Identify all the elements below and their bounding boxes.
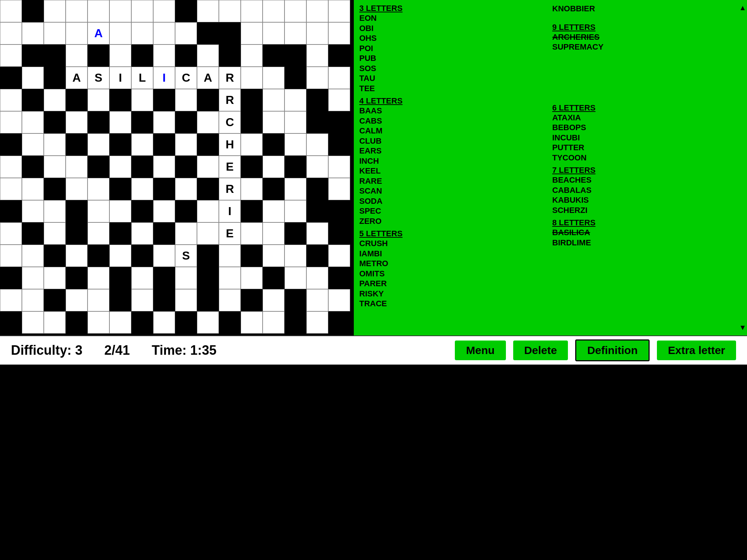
word-baas[interactable]: BAAS (359, 106, 549, 116)
cell-5-0[interactable] (0, 111, 22, 133)
word-iambi[interactable]: IAMBI (359, 249, 549, 259)
cell-13-15[interactable] (328, 289, 350, 311)
word-tycoon[interactable]: TYCOON (552, 153, 742, 163)
word-incubi[interactable]: INCUBI (552, 133, 742, 143)
word-ohs[interactable]: OHS (359, 33, 549, 43)
cell-7-14[interactable] (306, 156, 328, 178)
cell-6-9[interactable] (197, 133, 219, 156)
cell-11-9[interactable] (197, 245, 219, 267)
cell-8-7[interactable] (153, 178, 175, 200)
word-poi[interactable]: POI (359, 43, 549, 54)
cell-9-4[interactable] (88, 200, 109, 222)
cell-1-0[interactable] (0, 22, 22, 44)
cell-2-3[interactable] (66, 44, 88, 67)
cell-1-14[interactable] (306, 22, 328, 44)
cell-4-6[interactable] (131, 89, 153, 111)
cell-14-15[interactable] (328, 311, 350, 334)
word-birdlime[interactable]: BIRDLIME (552, 238, 742, 248)
cell-4-12[interactable] (263, 89, 285, 111)
cell-14-0[interactable] (0, 311, 22, 334)
cell-5-7[interactable] (153, 111, 175, 133)
cell-1-2[interactable] (44, 22, 66, 44)
word-rare[interactable]: RARE (359, 176, 549, 186)
cell-13-14[interactable] (306, 289, 328, 311)
cell-2-4[interactable] (88, 44, 109, 67)
cell-6-8[interactable] (175, 133, 197, 156)
word-ataxia[interactable]: ATAXIA (552, 113, 742, 123)
cell-3-3[interactable]: A (66, 67, 88, 89)
cell-5-15[interactable] (328, 111, 350, 133)
cell-11-4[interactable] (88, 245, 109, 267)
cell-0-10[interactable] (219, 0, 241, 22)
cell-4-10[interactable]: R (219, 89, 241, 111)
cell-4-15[interactable] (328, 89, 350, 111)
word-spec[interactable]: SPEC (359, 206, 549, 216)
cell-13-1[interactable] (22, 289, 44, 311)
cell-2-6[interactable] (131, 44, 153, 67)
cell-7-12[interactable] (263, 156, 285, 178)
cell-13-6[interactable] (131, 289, 153, 311)
cell-7-8[interactable] (175, 156, 197, 178)
word-scan[interactable]: SCAN (359, 186, 549, 196)
delete-button[interactable]: Delete (513, 341, 568, 360)
cell-6-15[interactable] (328, 133, 350, 156)
cell-4-0[interactable] (0, 89, 22, 111)
cell-0-11[interactable] (241, 0, 263, 22)
cell-0-6[interactable] (131, 0, 153, 22)
cell-8-13[interactable] (285, 178, 306, 200)
cell-6-13[interactable] (285, 133, 306, 156)
cell-3-2[interactable] (44, 67, 66, 89)
cell-12-4[interactable] (88, 267, 109, 289)
cell-13-2[interactable] (44, 289, 66, 311)
cell-9-2[interactable] (44, 200, 66, 222)
cell-9-5[interactable] (109, 200, 131, 222)
cell-1-7[interactable] (153, 22, 175, 44)
cell-12-6[interactable] (131, 267, 153, 289)
cell-10-0[interactable] (0, 222, 22, 245)
cell-6-14[interactable] (306, 133, 328, 156)
cell-2-2[interactable] (44, 44, 66, 67)
cell-14-4[interactable] (88, 311, 109, 334)
cell-11-3[interactable] (66, 245, 88, 267)
cell-8-9[interactable] (197, 178, 219, 200)
word-basilica[interactable]: BASILICA (552, 228, 742, 238)
cell-3-13[interactable] (285, 67, 306, 89)
word-calm[interactable]: CALM (359, 126, 549, 136)
word-inch[interactable]: INCH (359, 156, 549, 166)
cell-13-9[interactable] (197, 289, 219, 311)
scroll-up-arrow[interactable]: ▲ (739, 4, 746, 12)
word-bebops[interactable]: BEBOPS (552, 122, 742, 133)
word-putter[interactable]: PUTTER (552, 143, 742, 153)
cell-2-0[interactable] (0, 44, 22, 67)
cell-10-5[interactable] (109, 222, 131, 245)
cell-8-14[interactable] (306, 178, 328, 200)
cell-5-11[interactable] (241, 111, 263, 133)
cell-0-0[interactable] (0, 0, 22, 22)
cell-11-7[interactable] (153, 245, 175, 267)
cell-8-10[interactable]: R (219, 178, 241, 200)
word-eon[interactable]: EON (359, 13, 549, 23)
cell-1-3[interactable] (66, 22, 88, 44)
cell-8-15[interactable] (328, 178, 350, 200)
cell-11-8[interactable]: S (175, 245, 197, 267)
cell-5-10[interactable]: C (219, 111, 241, 133)
cell-2-13[interactable] (285, 44, 306, 67)
cell-2-10[interactable] (219, 44, 241, 67)
definition-button[interactable]: Definition (575, 339, 650, 361)
cell-6-10[interactable]: H (219, 133, 241, 156)
cell-6-1[interactable] (22, 133, 44, 156)
cell-6-5[interactable] (109, 133, 131, 156)
cell-11-13[interactable] (285, 245, 306, 267)
cell-14-11[interactable] (241, 311, 263, 334)
cell-14-5[interactable] (109, 311, 131, 334)
cell-6-6[interactable] (131, 133, 153, 156)
cell-1-8[interactable] (175, 22, 197, 44)
cell-1-13[interactable] (285, 22, 306, 44)
cell-3-14[interactable] (306, 67, 328, 89)
cell-7-13[interactable] (285, 156, 306, 178)
cell-11-2[interactable] (44, 245, 66, 267)
crossword-grid[interactable]: AASILICARRCHERIES (0, 0, 350, 334)
cell-3-4[interactable]: S (88, 67, 109, 89)
cell-7-4[interactable] (88, 156, 109, 178)
cell-5-13[interactable] (285, 111, 306, 133)
